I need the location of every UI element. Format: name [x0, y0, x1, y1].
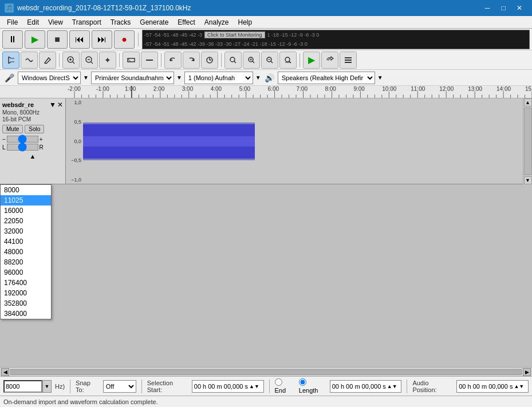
- stop-button[interactable]: ■: [47, 30, 68, 49]
- scroll-down-arrow[interactable]: ▼: [524, 176, 532, 184]
- end-length-field[interactable]: 00 h 00 m 00,000 s ▲▼: [330, 380, 402, 393]
- silence-tool[interactable]: [141, 52, 158, 69]
- multi-tool[interactable]: ✦: [99, 52, 116, 69]
- track-dropdown-icon[interactable]: ▼: [49, 101, 56, 109]
- input-device-select[interactable]: Windows DirectS: [18, 72, 81, 84]
- track-close-icon[interactable]: ✕: [57, 101, 63, 109]
- zoom-fit-button[interactable]: [224, 52, 242, 69]
- extras-button[interactable]: [340, 52, 357, 69]
- sample-rate-44100[interactable]: 44100: [1, 236, 51, 247]
- menu-generate[interactable]: Generate: [135, 17, 173, 27]
- sample-rate-384000[interactable]: 384000: [1, 309, 51, 319]
- zoom-out-tool[interactable]: [81, 52, 98, 69]
- pan-slider[interactable]: [7, 144, 38, 151]
- expand-track-icon[interactable]: ▲: [30, 153, 36, 160]
- output-device-select[interactable]: Speakers (Realtek High Defir: [278, 72, 375, 84]
- maximize-button[interactable]: □: [495, 0, 511, 16]
- zoom-selection-button[interactable]: [243, 52, 260, 69]
- menu-help[interactable]: Help: [234, 17, 257, 27]
- scroll-up-arrow[interactable]: ▲: [524, 98, 532, 106]
- gain-slider[interactable]: [7, 136, 38, 143]
- scroll-right-arrow[interactable]: ▶: [523, 368, 531, 376]
- svg-point-27: [285, 57, 290, 62]
- svg-line-19: [234, 61, 236, 63]
- selection-start-field[interactable]: 00 h 00 m 00,000 s ▲▼: [192, 380, 264, 393]
- sample-rate-352800[interactable]: 352800: [1, 298, 51, 309]
- svg-rect-12: [146, 60, 153, 61]
- solo-button[interactable]: Solo: [25, 125, 44, 133]
- menu-view[interactable]: View: [44, 17, 68, 27]
- sample-rate-176400[interactable]: 176400: [1, 278, 51, 288]
- menu-analyze[interactable]: Analyze: [200, 17, 234, 27]
- scroll-thumb[interactable]: [524, 108, 532, 175]
- prev-button[interactable]: ⏮: [69, 30, 90, 49]
- undo-button[interactable]: [164, 52, 182, 69]
- envelope-tool[interactable]: [21, 52, 38, 69]
- sample-rate-96000[interactable]: 96000: [1, 267, 51, 278]
- channel-mode-select[interactable]: 1 (Mono) Aufnah: [184, 72, 253, 84]
- zoom-reset-button[interactable]: [261, 52, 278, 69]
- pause-button[interactable]: ⏸: [2, 30, 23, 49]
- audio-position-field[interactable]: 00 h 00 m 00,000 s ▲▼: [456, 380, 529, 393]
- play-button[interactable]: ▶: [25, 30, 45, 49]
- input-channel-select[interactable]: Primärer Soundaufnahmetreib: [91, 72, 174, 84]
- y-label-bot: −1,0: [66, 177, 83, 183]
- svg-line-4: [73, 62, 74, 64]
- sample-rate-16000[interactable]: 16000: [1, 206, 51, 216]
- minimize-button[interactable]: ─: [479, 0, 495, 16]
- monitor-button[interactable]: Click to Start Monitoring: [204, 31, 265, 38]
- redo-button[interactable]: [183, 52, 200, 69]
- svg-rect-30: [345, 60, 352, 61]
- track-area: websdr_re ▼ ✕ Mono, 8000Hz 16-bit PCM Mu…: [0, 98, 523, 184]
- sync-button[interactable]: [201, 52, 218, 69]
- record-button[interactable]: ●: [114, 30, 135, 49]
- titlebar: 🎵 websdr_recording_2017-08-12T12-59-01Z_…: [0, 0, 532, 16]
- sample-rate-192000[interactable]: 192000: [1, 288, 51, 298]
- play-green-button[interactable]: ▶: [303, 52, 320, 69]
- sample-rate-32000[interactable]: 32000: [1, 226, 51, 236]
- end-radio-label[interactable]: End: [275, 378, 294, 394]
- sample-rate-8000[interactable]: 8000: [1, 185, 51, 195]
- mute-button[interactable]: Mute: [2, 125, 23, 133]
- sample-rate-dropdown-arrow[interactable]: ▼: [42, 380, 52, 393]
- length-radio[interactable]: [299, 378, 306, 386]
- redo-icon: [187, 56, 196, 65]
- bottom-sep3: [269, 380, 270, 393]
- selection-tool[interactable]: [2, 52, 19, 69]
- gain-plus: +: [40, 136, 43, 143]
- audio-position-label: Audio Position:: [412, 380, 453, 393]
- end-length-spin-icon[interactable]: ▲▼: [387, 384, 397, 389]
- speaker-icon: 🔊: [265, 73, 274, 82]
- loop-button[interactable]: [321, 52, 338, 69]
- menu-edit[interactable]: Edit: [22, 17, 44, 27]
- next-button[interactable]: ⏭: [92, 30, 112, 49]
- snap-to-select[interactable]: Off: [103, 380, 136, 393]
- sample-rate-22050[interactable]: 22050: [1, 216, 51, 226]
- menu-tracks[interactable]: Tracks: [106, 17, 136, 27]
- bottom-sep2: [141, 380, 142, 393]
- menu-file[interactable]: File: [2, 17, 22, 27]
- selection-spin-icon[interactable]: ▲▼: [249, 384, 259, 389]
- sample-rate-value: 8000: [6, 383, 19, 390]
- zoom-in-tool[interactable]: [62, 52, 80, 69]
- scroll-left-arrow[interactable]: ◀: [1, 368, 9, 376]
- menu-effect[interactable]: Effect: [173, 17, 199, 27]
- sample-rate-field[interactable]: 8000: [3, 380, 42, 393]
- sample-rate-88200[interactable]: 88200: [1, 257, 51, 267]
- zoom-track-button[interactable]: [279, 52, 297, 69]
- hz-label: Hz): [55, 383, 65, 390]
- close-button[interactable]: ✕: [511, 0, 527, 16]
- scroll-track[interactable]: [10, 369, 522, 375]
- tools-toolbar: ✦ ▶: [0, 50, 532, 70]
- length-radio-label[interactable]: Length: [299, 378, 326, 394]
- audio-pos-spin-icon[interactable]: ▲▼: [514, 384, 524, 389]
- trim-tool[interactable]: [123, 52, 140, 69]
- sample-rate-11025[interactable]: 11025: [1, 195, 51, 206]
- track-buttons: Mute Solo: [2, 125, 63, 133]
- sample-rate-48000[interactable]: 48000: [1, 247, 51, 257]
- menu-transport[interactable]: Transport: [68, 17, 106, 27]
- draw-tool[interactable]: [39, 52, 56, 69]
- end-radio[interactable]: [275, 378, 282, 386]
- svg-rect-31: [345, 62, 352, 63]
- sample-rate-dropdown[interactable]: 8000 11025 16000 22050 32000 44100 48000…: [0, 184, 52, 319]
